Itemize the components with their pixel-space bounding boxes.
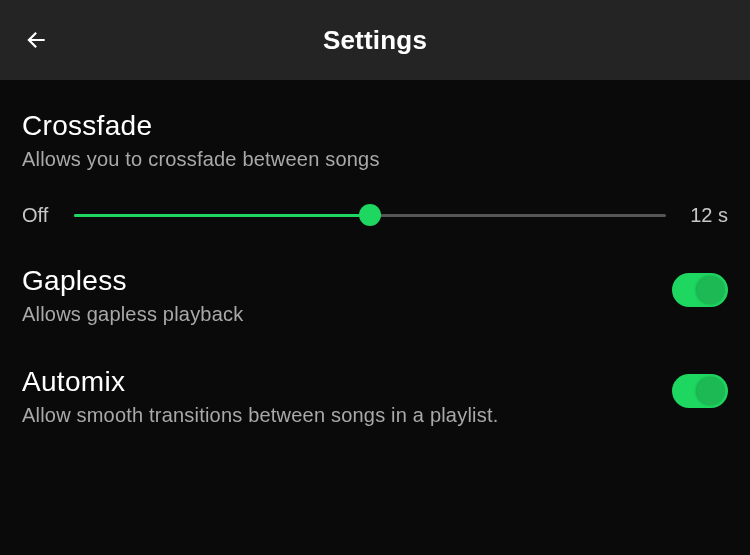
slider-thumb <box>359 204 381 226</box>
slider-fill <box>74 214 370 217</box>
automix-title: Automix <box>22 366 652 398</box>
automix-section: Automix Allow smooth transitions between… <box>22 366 728 429</box>
arrow-left-icon <box>23 27 49 53</box>
toggle-knob <box>697 377 725 405</box>
gapless-description: Allows gapless playback <box>22 301 652 328</box>
toggle-knob <box>697 276 725 304</box>
crossfade-slider-row: Off 12 s <box>22 203 728 227</box>
automix-toggle[interactable] <box>672 374 728 408</box>
page-title: Settings <box>20 25 730 56</box>
back-button[interactable] <box>20 24 52 56</box>
crossfade-slider-min-label: Off <box>22 204 56 227</box>
crossfade-description: Allows you to crossfade between songs <box>22 146 728 173</box>
automix-description: Allow smooth transitions between songs i… <box>22 402 652 429</box>
settings-content: Crossfade Allows you to crossfade betwee… <box>0 80 750 429</box>
crossfade-slider[interactable] <box>74 203 666 227</box>
settings-header: Settings <box>0 0 750 80</box>
gapless-toggle[interactable] <box>672 273 728 307</box>
crossfade-title: Crossfade <box>22 110 728 142</box>
crossfade-section: Crossfade Allows you to crossfade betwee… <box>22 110 728 227</box>
crossfade-slider-max-label: 12 s <box>684 204 728 227</box>
gapless-title: Gapless <box>22 265 652 297</box>
gapless-section: Gapless Allows gapless playback <box>22 265 728 328</box>
